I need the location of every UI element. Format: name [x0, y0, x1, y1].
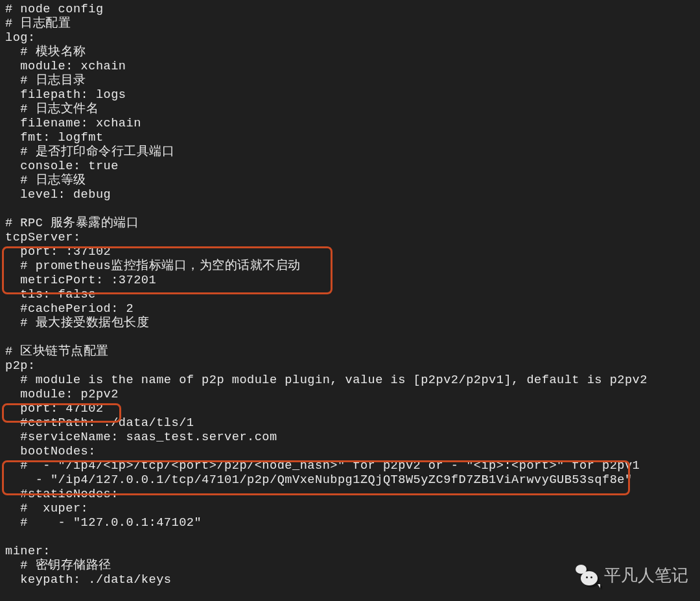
- config-file-content: # node config # 日志配置 log: # 模块名称 module:…: [0, 0, 700, 593]
